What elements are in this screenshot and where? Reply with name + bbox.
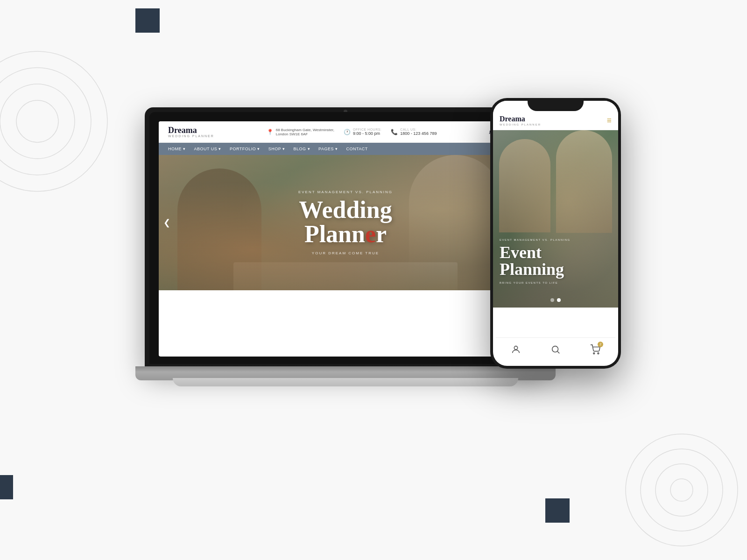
svg-point-9 (552, 346, 558, 352)
address-text: 68 Buckingham Gate, Westminster, London … (276, 128, 334, 136)
website-hero: ❮ EVENT MANAGEMENT VS. PLANNING WeddingP… (159, 155, 532, 290)
hours-text: OFFICE HOURS: 9:00 - 5:00 pm (353, 128, 381, 136)
phone-bottom-nav: 2 (496, 337, 615, 363)
header-hours: 🕐 OFFICE HOURS: 9:00 - 5:00 pm (344, 128, 381, 136)
phone-hero-tagline: BRING YOUR EVENTS TO LIFE (500, 281, 571, 284)
phone-hero-title: EventPlanning (500, 244, 571, 278)
nav-portfolio[interactable]: PORTFOLIO ▾ (230, 147, 260, 151)
nav-shop[interactable]: SHOP ▾ (268, 147, 285, 151)
laptop-screen: Dreama WEDDING PLANNER 📍 68 Buckingham G… (159, 121, 532, 357)
phone-hero-subtitle: EVENT MANAGEMENT VS. PLANNING (500, 238, 571, 241)
decor-square-3 (0, 475, 13, 499)
decor-square-1 (135, 8, 160, 33)
website-logo-brand: Dreama (168, 126, 214, 134)
svg-point-6 (655, 464, 708, 516)
website-header-top: Dreama WEDDING PLANNER 📍 68 Buckingham G… (159, 121, 532, 143)
laptop-outer-shell: Dreama WEDDING PLANNER 📍 68 Buckingham G… (145, 107, 546, 369)
phone-nav-account[interactable] (511, 344, 521, 357)
nav-pages[interactable]: PAGES ▾ (318, 147, 338, 151)
website-logo: Dreama WEDDING PLANNER (168, 126, 214, 138)
laptop-foot (173, 378, 518, 386)
header-address: 📍 68 Buckingham Gate, Westminster, Londo… (267, 128, 334, 136)
main-scene: Dreama WEDDING PLANNER 📍 68 Buckingham G… (117, 70, 630, 490)
phone-logo: Dreama WEDDING PLANNER (500, 115, 541, 126)
hero-prev-arrow[interactable]: ❮ (163, 217, 170, 228)
svg-point-4 (626, 434, 738, 546)
phone-icon: 📞 (391, 129, 398, 135)
laptop-device: Dreama WEDDING PLANNER 📍 68 Buckingham G… (145, 107, 546, 397)
header-phone: 📞 CALL US: 1800 - 123 456 789 (391, 128, 437, 136)
phone-hero-content: EVENT MANAGEMENT VS. PLANNING EventPlann… (500, 238, 571, 284)
phone-screen: Dreama WEDDING PLANNER ≡ EVENT MANAGEMEN… (493, 101, 618, 366)
decorative-circles-left (0, 47, 112, 196)
hero-title: WeddingPlanner (298, 198, 393, 246)
svg-point-11 (593, 352, 595, 354)
svg-line-10 (557, 351, 559, 353)
svg-point-1 (0, 68, 91, 175)
hero-background: ❮ EVENT MANAGEMENT VS. PLANNING WeddingP… (159, 155, 532, 290)
hero-tagline: YOUR DREAM COME TRUE (298, 251, 393, 255)
phone-nav-search[interactable] (550, 344, 561, 357)
svg-point-5 (641, 449, 723, 531)
phone-hero: EVENT MANAGEMENT VS. PLANNING EventPlann… (493, 130, 618, 308)
nav-contact[interactable]: CONTACT (346, 147, 367, 151)
dot-2[interactable] (557, 298, 561, 302)
hero-content: EVENT MANAGEMENT VS. PLANNING WeddingPla… (298, 190, 393, 255)
website-bottom-area (159, 290, 532, 311)
phone-slide-dots (550, 298, 561, 302)
cart-badge: 2 (598, 342, 603, 347)
location-icon: 📍 (267, 129, 274, 135)
phone-nav-cart[interactable]: 2 (590, 344, 600, 357)
phone-notch (528, 98, 584, 111)
header-contact-info: 📍 68 Buckingham Gate, Westminster, Londo… (267, 128, 437, 136)
hero-subtitle: EVENT MANAGEMENT VS. PLANNING (298, 190, 393, 194)
svg-point-12 (598, 352, 599, 354)
svg-point-3 (16, 100, 58, 142)
svg-point-2 (0, 84, 75, 159)
phone-white-bar (493, 308, 618, 327)
decorative-circles-right (621, 429, 742, 551)
phone-logo-tagline: WEDDING PLANNER (500, 123, 541, 126)
clock-icon: 🕐 (344, 129, 351, 135)
dot-1[interactable] (550, 298, 554, 302)
website-nav: HOME ▾ ABOUT US ▾ PORTFOLIO ▾ SHOP ▾ BLO… (159, 143, 532, 155)
laptop-bezel: Dreama WEDDING PLANNER 📍 68 Buckingham G… (149, 112, 542, 364)
phone-text: CALL US: 1800 - 123 456 789 (400, 128, 437, 136)
nav-home[interactable]: HOME ▾ (168, 147, 186, 151)
svg-point-8 (514, 346, 517, 349)
phone-device: Dreama WEDDING PLANNER ≡ EVENT MANAGEMEN… (490, 98, 621, 369)
website-logo-tagline: WEDDING PLANNER (168, 134, 214, 138)
decor-square-4 (545, 498, 570, 523)
svg-point-7 (670, 479, 693, 501)
hamburger-icon[interactable]: ≡ (607, 116, 612, 126)
nav-blog[interactable]: BLOG ▾ (294, 147, 310, 151)
phone-logo-brand: Dreama (500, 115, 541, 123)
nav-about[interactable]: ABOUT US ▾ (194, 147, 221, 151)
